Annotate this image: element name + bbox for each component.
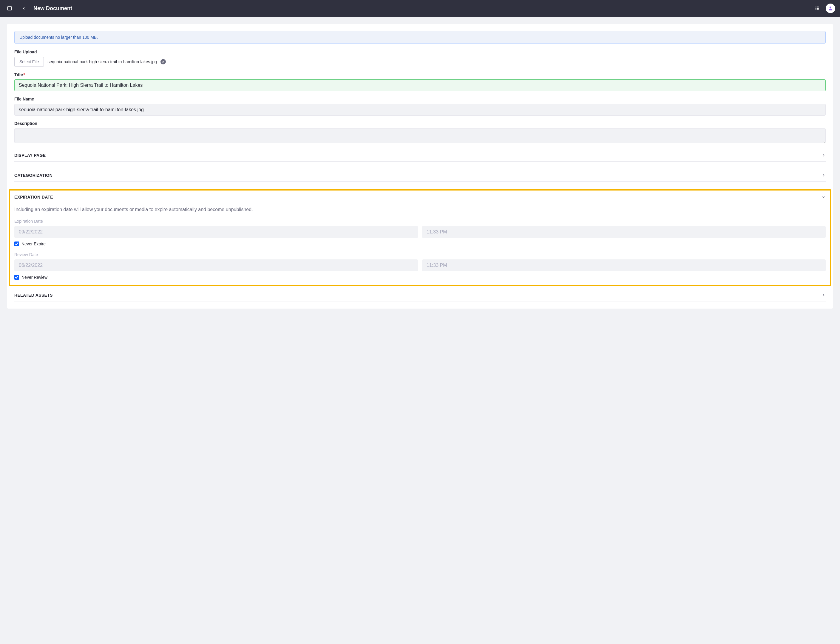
never-expire-row: Never Expire bbox=[14, 242, 826, 246]
svg-rect-3 bbox=[817, 7, 818, 7]
svg-rect-6 bbox=[817, 8, 818, 9]
user-icon bbox=[828, 6, 833, 11]
chevron-right-icon bbox=[822, 173, 826, 177]
svg-rect-0 bbox=[7, 7, 12, 10]
file-upload-label: File Upload bbox=[14, 49, 826, 54]
panel-icon bbox=[7, 6, 12, 11]
topbar-left: New Document bbox=[5, 3, 72, 13]
svg-rect-4 bbox=[818, 7, 819, 7]
topbar-right bbox=[812, 3, 835, 13]
description-label: Description bbox=[14, 121, 826, 126]
file-upload-row: Select File sequoia-national-park-high-s… bbox=[14, 57, 826, 67]
svg-rect-8 bbox=[815, 9, 817, 10]
section-related-assets[interactable]: RELATED ASSETS bbox=[14, 289, 826, 301]
page-title: New Document bbox=[33, 5, 72, 12]
chevron-right-icon bbox=[822, 293, 826, 297]
description-input[interactable] bbox=[14, 128, 826, 143]
svg-rect-7 bbox=[818, 8, 819, 9]
section-display-page-title: DISPLAY PAGE bbox=[14, 153, 46, 158]
review-date-label: Review Date bbox=[14, 252, 826, 257]
select-file-button[interactable]: Select File bbox=[14, 57, 44, 67]
svg-rect-9 bbox=[817, 9, 818, 10]
never-expire-checkbox[interactable] bbox=[14, 242, 19, 246]
page-body: Upload documents no larger than 100 MB. … bbox=[0, 17, 840, 316]
chevron-down-icon bbox=[822, 195, 826, 199]
section-categorization[interactable]: CATEGORIZATION bbox=[14, 169, 826, 182]
section-related-assets-title: RELATED ASSETS bbox=[14, 293, 53, 297]
expiration-date-label: Expiration Date bbox=[14, 219, 826, 223]
description-group: Description bbox=[14, 121, 826, 144]
title-group: Title* bbox=[14, 72, 826, 91]
back-button[interactable] bbox=[19, 3, 29, 13]
clear-file-button[interactable] bbox=[160, 59, 166, 64]
expiration-date-input bbox=[14, 226, 418, 238]
svg-point-11 bbox=[830, 7, 831, 8]
review-date-input bbox=[14, 260, 418, 271]
expiration-date-row bbox=[14, 226, 826, 238]
title-label-text: Title bbox=[14, 72, 23, 77]
never-review-row: Never Review bbox=[14, 275, 826, 280]
avatar[interactable] bbox=[826, 3, 835, 13]
topbar: New Document bbox=[0, 0, 840, 17]
chevron-right-icon bbox=[822, 153, 826, 158]
selected-filename: sequoia-national-park-high-sierra-trail-… bbox=[48, 59, 157, 64]
review-time-input bbox=[422, 260, 826, 271]
sidebar-toggle-button[interactable] bbox=[5, 3, 14, 13]
filename-input[interactable] bbox=[14, 104, 826, 116]
filename-label: File Name bbox=[14, 97, 826, 101]
form-card: Upload documents no larger than 100 MB. … bbox=[7, 24, 833, 309]
section-display-page[interactable]: DISPLAY PAGE bbox=[14, 150, 826, 162]
expiration-highlight: EXPIRATION DATE Including an expiration … bbox=[9, 189, 831, 286]
never-review-checkbox[interactable] bbox=[14, 275, 19, 280]
section-categorization-title: CATEGORIZATION bbox=[14, 173, 53, 178]
grid-icon bbox=[815, 6, 820, 11]
expiration-time-input bbox=[422, 226, 826, 238]
review-date-row bbox=[14, 260, 826, 271]
title-label: Title* bbox=[14, 72, 826, 77]
expiration-helper: Including an expiration date will allow … bbox=[14, 207, 826, 212]
close-icon bbox=[162, 60, 165, 63]
svg-rect-2 bbox=[815, 7, 817, 7]
required-indicator: * bbox=[23, 72, 25, 77]
filename-group: File Name bbox=[14, 97, 826, 116]
never-expire-label[interactable]: Never Expire bbox=[21, 242, 46, 246]
section-expiration-date-title: EXPIRATION DATE bbox=[14, 195, 53, 199]
svg-rect-10 bbox=[818, 9, 819, 10]
svg-rect-5 bbox=[815, 8, 817, 9]
apps-button[interactable] bbox=[812, 3, 822, 13]
file-upload-group: File Upload Select File sequoia-national… bbox=[14, 49, 826, 67]
chevron-left-icon bbox=[22, 6, 26, 10]
never-review-label[interactable]: Never Review bbox=[21, 275, 48, 280]
info-banner: Upload documents no larger than 100 MB. bbox=[14, 31, 826, 44]
section-expiration-date[interactable]: EXPIRATION DATE bbox=[14, 195, 826, 203]
title-input[interactable] bbox=[14, 79, 826, 91]
